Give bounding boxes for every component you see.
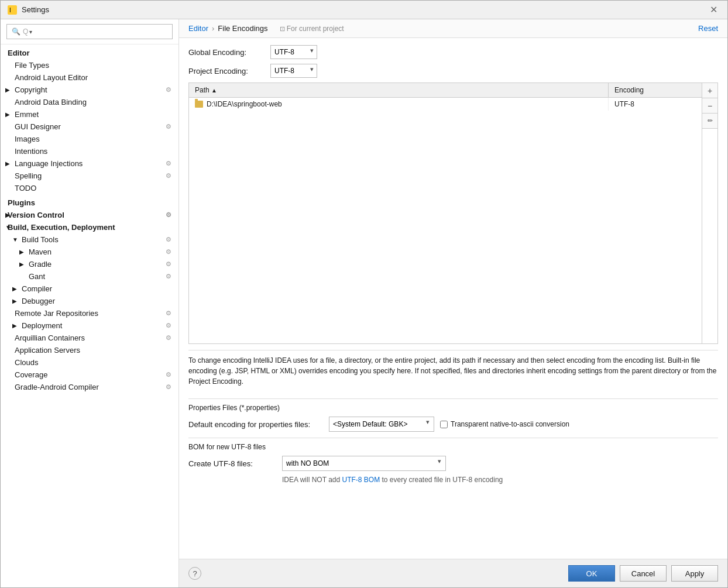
default-encoding-select-wrapper[interactable]: <System Default: GBK> [329,417,434,432]
build-tools-settings-icon: ⚙ [166,236,171,243]
window-title: Settings [22,5,706,14]
sidebar-item-spelling[interactable]: Spelling ⚙ [1,170,178,182]
table-header: Path ▲ Encoding [189,83,702,98]
bom-info-suffix: to every created file in UTF-8 encoding [380,476,503,484]
sidebar-item-editor[interactable]: Editor [1,47,178,59]
emmet-label: Emmet [15,110,39,119]
col-path-label: Path [195,86,210,94]
build-arrow-icon: ▼ [5,224,11,231]
transparent-checkbox-label[interactable]: Transparent native-to-ascii conversion [440,420,569,428]
sidebar-item-deployment[interactable]: ▶ Deployment ⚙ [1,319,178,332]
dialog-footer: ? OK Cancel Apply [179,559,727,587]
reset-link[interactable]: Reset [698,24,718,33]
debugger-label: Debugger [22,297,55,305]
project-encoding-select[interactable]: UTF-8 [270,64,317,78]
global-encoding-select-wrapper[interactable]: UTF-8 [270,45,317,59]
sidebar-item-todo[interactable]: TODO [1,182,178,194]
sidebar-item-gradle-android[interactable]: Gradle-Android Compiler ⚙ [1,381,178,393]
transparent-checkbox[interactable] [440,421,448,428]
build-label: Build, Execution, Deployment [8,223,115,232]
sidebar-item-gradle[interactable]: ▶ Gradle ⚙ [1,258,178,270]
coverage-label: Coverage [15,370,47,379]
version-control-label: Version Control [8,211,64,219]
sidebar-item-build-tools[interactable]: ▼ Build Tools ⚙ [1,233,178,246]
col-path-sort-icon: ▲ [211,87,217,94]
sidebar-item-gui-designer[interactable]: GUI Designer ⚙ [1,121,178,133]
search-input[interactable]: 🔍 Q ▾ [6,24,173,39]
app-icon: I [8,5,17,15]
maven-settings-icon: ⚙ [166,248,171,256]
sidebar-item-emmet[interactable]: ▶ Emmet [1,108,178,121]
bom-select[interactable]: with NO BOM [282,456,446,471]
table-cell-encoding: UTF-8 [608,98,702,111]
sidebar-item-android-data[interactable]: Android Data Binding [1,96,178,108]
default-encoding-label: Default encoding for properties files: [188,420,329,429]
properties-encoding-row: Default encoding for properties files: <… [188,417,718,432]
spelling-label: Spelling [15,171,42,180]
settings-window: I Settings ✕ 🔍 Q ▾ Editor File Types [0,0,728,588]
search-placeholder: Q [23,27,28,36]
bom-select-wrapper[interactable]: with NO BOM [282,456,446,471]
sidebar-item-file-types[interactable]: File Types [1,59,178,71]
bom-info-text: IDEA will NOT add UTF-8 BOM to every cre… [282,476,718,484]
sidebar-item-remote-jar[interactable]: Remote Jar Repositories ⚙ [1,307,178,319]
intentions-label: Intentions [15,147,47,156]
sidebar-item-coverage[interactable]: Coverage ⚙ [1,369,178,381]
bom-section-title: BOM for new UTF-8 files [188,443,718,451]
cancel-button[interactable]: Cancel [620,565,667,582]
remote-jar-settings-icon: ⚙ [166,310,171,317]
coverage-settings-icon: ⚙ [166,371,171,379]
sidebar: 🔍 Q ▾ Editor File Types Android Layout E… [1,19,179,587]
sidebar-item-images[interactable]: Images [1,133,178,145]
sidebar-item-language-injections[interactable]: ▶ Language Injections ⚙ [1,157,178,170]
sidebar-item-arquillian[interactable]: Arquillian Containers ⚙ [1,332,178,344]
copyright-arrow-icon: ▶ [5,87,10,93]
sidebar-item-plugins[interactable]: Plugins [1,197,178,209]
bom-link[interactable]: UTF-8 BOM [342,476,380,484]
sidebar-item-build-execution[interactable]: ▼ Build, Execution, Deployment [1,221,178,233]
breadcrumb-parent[interactable]: Editor [188,24,208,33]
add-path-button[interactable]: + [702,83,717,98]
sidebar-item-clouds[interactable]: Clouds [1,356,178,369]
sidebar-item-intentions[interactable]: Intentions [1,145,178,157]
sidebar-item-app-servers[interactable]: Application Servers [1,344,178,356]
col-encoding-header[interactable]: Encoding [608,83,702,97]
search-dropdown-icon[interactable]: ▾ [29,29,32,35]
sidebar-item-maven[interactable]: ▶ Maven ⚙ [1,246,178,258]
emmet-arrow-icon: ▶ [5,111,10,118]
editor-label: Editor [8,49,30,57]
properties-section-title: Properties Files (*.properties) [188,404,718,412]
spelling-settings-icon: ⚙ [166,172,171,180]
search-box[interactable]: 🔍 Q ▾ [1,19,178,44]
apply-button[interactable]: Apply [671,565,718,582]
help-button[interactable]: ? [188,567,201,580]
sidebar-item-android-layout[interactable]: Android Layout Editor [1,71,178,84]
remove-path-button[interactable]: − [702,98,717,114]
gui-settings-icon: ⚙ [166,123,171,130]
nav-tree: Editor File Types Android Layout Editor … [1,44,178,587]
sidebar-item-compiler[interactable]: ▶ Compiler [1,283,178,295]
title-bar: I Settings ✕ [1,1,727,19]
debugger-arrow-icon: ▶ [12,298,17,304]
breadcrumb-project: ⊡ For current project [280,25,344,33]
edit-path-button[interactable]: ✏ [702,114,717,129]
sidebar-item-version-control[interactable]: ▶ Version Control ⚙ [1,209,178,221]
default-encoding-select[interactable]: <System Default: GBK> [329,417,434,432]
android-layout-label: Android Layout Editor [15,73,88,82]
maven-label: Maven [29,247,51,256]
project-encoding-select-wrapper[interactable]: UTF-8 [270,64,317,78]
ok-button[interactable]: OK [568,565,615,582]
close-button[interactable]: ✕ [706,3,720,17]
encoding-info-text: To change encoding IntelliJ IDEA uses fo… [188,350,718,393]
global-encoding-select[interactable]: UTF-8 [270,45,317,59]
clouds-label: Clouds [15,358,38,367]
col-path-header[interactable]: Path ▲ [189,83,608,97]
sidebar-item-gant[interactable]: Gant ⚙ [1,270,178,283]
sidebar-item-debugger[interactable]: ▶ Debugger [1,295,178,307]
sidebar-item-copyright[interactable]: ▶ Copyright ⚙ [1,84,178,96]
todo-label: TODO [15,184,36,192]
table-row[interactable]: D:\IDEA\springboot-web UTF-8 [189,98,702,111]
breadcrumb-bar: Editor › File Encodings ⊡ For current pr… [179,19,727,38]
main-panel: Editor › File Encodings ⊡ For current pr… [179,19,727,587]
maven-arrow-icon: ▶ [19,249,24,255]
